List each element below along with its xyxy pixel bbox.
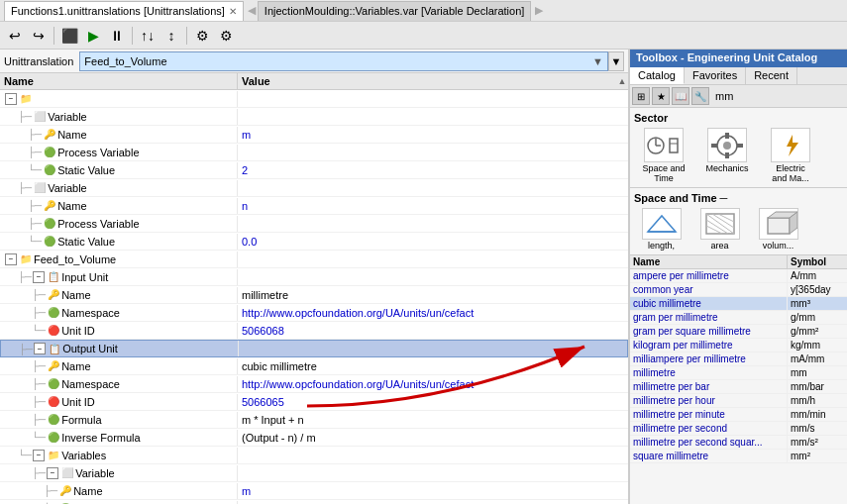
expand-minus-input[interactable]: − [33, 271, 45, 283]
table-row[interactable]: ├─ ⬜ Variable [0, 179, 628, 197]
key-icon-5: 🔑 [58, 484, 72, 498]
space-time-length-item[interactable]: length, [634, 208, 688, 251]
space-time-area-item[interactable]: area [692, 208, 747, 251]
settings-button-1[interactable]: ⚙ [191, 25, 213, 47]
svg-rect-7 [725, 133, 729, 139]
table-row[interactable]: └─ 🟢 Static Value 0.0 [0, 233, 628, 251]
toolbox-tab-catalog[interactable]: Catalog [630, 67, 685, 84]
table-row[interactable]: └─ 🟢 Inverse Formula (Output - n) / m [0, 429, 628, 447]
expand-minus-output[interactable]: − [34, 343, 46, 354]
unit-combo[interactable]: Feed_to_Volume ▼ [79, 51, 608, 71]
play-button[interactable]: ▶ [82, 25, 104, 47]
table-row[interactable]: ├─ − ⬜ Variable [0, 464, 628, 482]
table-row[interactable]: └─ 🟢 Static Value 2 [0, 161, 628, 179]
unit-list-item[interactable]: millimetre per second squar... mm/s² [630, 436, 847, 450]
unit-list-item[interactable]: gram per square millimetre g/mm² [630, 325, 847, 339]
svg-marker-11 [787, 135, 798, 156]
table-row[interactable]: ├─ 🔑 Name n [0, 197, 628, 215]
space-time-volume-item[interactable]: volum... [751, 208, 805, 251]
unit-list-item[interactable]: millimetre per bar mm/bar [630, 380, 847, 394]
iu-uid-label: Unit ID [61, 325, 95, 337]
table-row[interactable]: ├─ 🔑 Name cubic millimetre [0, 357, 628, 375]
sector-title: Sector [634, 112, 843, 124]
star-btn[interactable]: ★ [652, 87, 670, 105]
unit-combo-scroll[interactable]: ▼ [608, 51, 624, 71]
row-name-ou-name: ├─ 🔑 Name [0, 358, 238, 374]
table-row[interactable]: ├─ 🟢 Process Variable [0, 144, 628, 161]
unit-symbol-cell: mm/h [788, 394, 847, 407]
unit-list-item[interactable]: millimetre per second mm/s [630, 422, 847, 436]
ou-uid-label: Unit ID [61, 396, 95, 408]
table-row[interactable]: ├─ 🔑 Name m [0, 482, 628, 500]
tab-variables[interactable]: InjectionMoulding::Variables.var [Variab… [258, 1, 532, 21]
filter-btn[interactable]: 🔧 [691, 87, 709, 105]
col-name-header: Name [0, 73, 238, 89]
row-value-input-unit [238, 276, 628, 278]
tab-functions-close[interactable]: ✕ [229, 6, 237, 17]
row-name-ou-ns: ├─ 🟢 Namespace [0, 376, 238, 392]
table-row[interactable]: − 📁 [0, 90, 628, 108]
unit-list-item[interactable]: milliampere per millimetre mA/mm [630, 353, 847, 366]
table-row[interactable]: ├─ 🟢 Namespace http://www.opcfoundation.… [0, 375, 628, 393]
row-name-var-sub: ├─ − ⬜ Variable [0, 465, 238, 481]
sector-item-electric[interactable]: Electricand Ma... [761, 128, 820, 183]
table-row[interactable]: ├─ 🔑 Name m [0, 126, 628, 144]
toolbox-tab-favorites[interactable]: Favorites [685, 67, 746, 84]
grid-view-btn[interactable]: ⊞ [632, 87, 650, 105]
unit-list-item[interactable]: cubic millimetre mm³ [630, 297, 847, 311]
undo-button[interactable]: ↩ [4, 25, 26, 47]
toolbar: ↩ ↪ ⬛ ▶ ⏸ ↑↓ ↕ ⚙ ⚙ [0, 22, 847, 50]
sector-item-mechanics[interactable]: Mechanics [697, 128, 757, 183]
unit-list-item[interactable]: millimetre per minute mm/min [630, 408, 847, 422]
expand-minus-root[interactable]: − [5, 93, 17, 105]
stop-button[interactable]: ⬛ [58, 25, 80, 47]
unit-list-item[interactable]: common year y[365day [630, 283, 847, 297]
svg-line-15 [706, 214, 734, 234]
unit-name-cell: kilogram per millimetre [630, 339, 788, 352]
table-row[interactable]: ├─ 🟢 Formula m * Input + n [0, 411, 628, 429]
table-row[interactable]: ├─ 🔴 Unit ID 5066065 [0, 393, 628, 411]
table-row[interactable]: └─ − 📁 Variables [0, 447, 628, 464]
table-row[interactable]: ├─ 🟢 Namespace http://www.opcfoundation.… [0, 304, 628, 322]
table-row[interactable]: ├─ 🔑 Name millimetre [0, 286, 628, 304]
pause-button[interactable]: ⏸ [106, 25, 128, 47]
toolbox-tab-recent[interactable]: Recent [746, 67, 797, 84]
unit-combo-value: Feed_to_Volume [84, 55, 166, 67]
unit-symbol-cell: kg/mm [788, 339, 847, 352]
n1-label: Name [57, 200, 86, 212]
unit-list-item[interactable]: millimetre mm [630, 366, 847, 380]
expand-minus-vars[interactable]: − [33, 450, 45, 461]
table-row[interactable]: ├─ − 📋 Output Unit [0, 340, 628, 357]
unit-name-cell: gram per square millimetre [630, 325, 788, 338]
right-panel: Toolbox - Engineering Unit Catalog Catal… [629, 50, 847, 504]
catalog-btn[interactable]: 📖 [672, 87, 689, 105]
sort-button[interactable]: ↑↓ [137, 25, 159, 47]
sector-item-space-time[interactable]: Space andTime [634, 128, 693, 183]
unit-list-item[interactable]: kilogram per millimetre kg/mm [630, 339, 847, 353]
row-value-pv2 [238, 223, 628, 225]
expand-button[interactable]: ↕ [160, 25, 182, 47]
table-row[interactable]: └─ 🔴 Unit ID 5066068 [0, 322, 628, 340]
row-name-sv2: └─ 🟢 Static Value [0, 234, 238, 250]
expand-minus-varsub[interactable]: − [47, 467, 58, 479]
table-row[interactable]: ├─ 🟢 Process Variable [0, 215, 628, 233]
redo-button[interactable]: ↪ [28, 25, 50, 47]
row-name-n1: ├─ 🔑 Name [0, 198, 238, 214]
expand-minus-feed[interactable]: − [5, 253, 17, 265]
electric-sector-label: Electricand Ma... [772, 163, 809, 183]
table-row[interactable]: └─ 🟢 Process Variable ::InjectionM:Tool[… [0, 500, 628, 504]
settings-button-2[interactable]: ⚙ [215, 25, 237, 47]
table-row[interactable]: ├─ ⬜ Variable [0, 108, 628, 126]
table-row[interactable]: − 📁 Feed_to_Volume [0, 251, 628, 268]
space-time-sector-label: Space andTime [642, 163, 685, 183]
table-row[interactable]: ├─ − 📋 Input Unit [0, 268, 628, 286]
unit-list-item[interactable]: millimetre per hour mm/h [630, 394, 847, 408]
unit-list-item[interactable]: gram per millimetre g/mm [630, 311, 847, 325]
toolbox-search-bar: ⊞ ★ 📖 🔧 mm [630, 85, 847, 108]
space-time-sub-section: Space and Time ─ length, [630, 188, 847, 255]
tab-functions[interactable]: Functions1.unittranslations [Unittransla… [4, 1, 244, 21]
unit-list-item[interactable]: square millimetre mm² [630, 450, 847, 463]
tab-functions-label: Functions1.unittranslations [Unittransla… [11, 5, 225, 17]
unit-list-item[interactable]: ampere per millimetre A/mm [630, 269, 847, 283]
row-name-pv2: ├─ 🟢 Process Variable [0, 216, 238, 232]
